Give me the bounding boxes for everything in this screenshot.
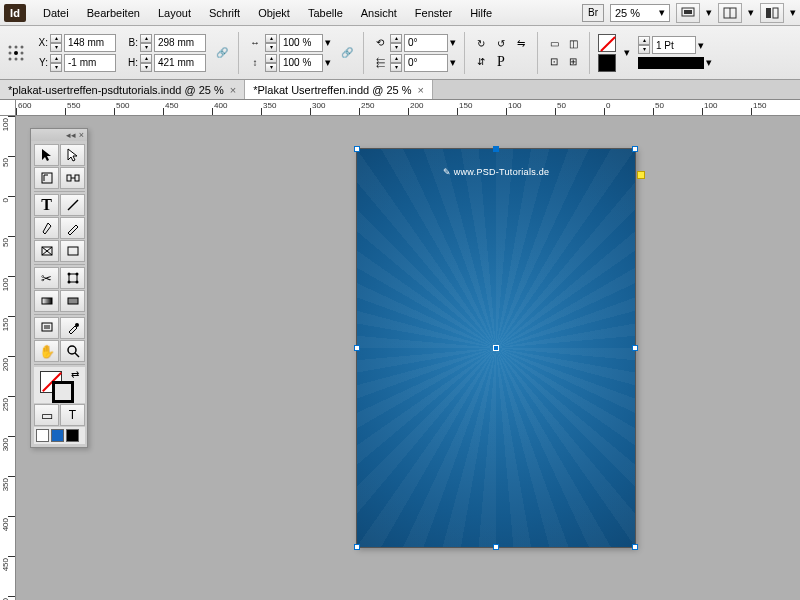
apply-none[interactable]	[36, 429, 49, 442]
shear-stepper[interactable]: ▴▾	[390, 54, 402, 72]
dropdown-icon[interactable]: ▾	[706, 56, 712, 69]
hand-tool[interactable]: ✋	[34, 340, 59, 362]
h-stepper[interactable]: ▴▾	[140, 54, 152, 72]
rectangle-frame-tool[interactable]	[34, 240, 59, 262]
selection-handle[interactable]	[632, 146, 638, 152]
y-input[interactable]	[64, 54, 116, 72]
dropdown-icon[interactable]: ▾	[325, 36, 331, 49]
center-content-icon[interactable]: ⊞	[565, 54, 581, 70]
gradient-feather-tool[interactable]	[60, 290, 85, 312]
constrain-icon[interactable]: 🔗	[214, 45, 230, 61]
fit-content-icon[interactable]: ⊡	[546, 54, 562, 70]
dropdown-icon[interactable]: ▾	[325, 56, 331, 69]
canvas[interactable]: ✎ www.PSD-Tutorials.de	[16, 116, 800, 600]
dropdown-icon[interactable]: ▾	[450, 56, 456, 69]
type-tool[interactable]: T	[34, 194, 59, 216]
x-stepper[interactable]: ▴▾	[50, 34, 62, 52]
line-tool[interactable]	[60, 194, 85, 216]
doc-tab-2[interactable]: *Plakat Usertreffen.indd @ 25 %×	[245, 80, 433, 99]
rot-stepper[interactable]: ▴▾	[390, 34, 402, 52]
selection-handle[interactable]	[354, 544, 360, 550]
poster-frame[interactable]: ✎ www.PSD-Tutorials.de	[356, 148, 636, 548]
bridge-button[interactable]: Br	[582, 4, 604, 22]
menu-help[interactable]: Hilfe	[461, 3, 501, 23]
menu-edit[interactable]: Bearbeiten	[78, 3, 149, 23]
stroke-swatch[interactable]	[598, 54, 616, 72]
selection-handle[interactable]	[632, 345, 638, 351]
note-tool[interactable]	[34, 317, 59, 339]
rotate-ccw-icon[interactable]: ↺	[493, 36, 509, 52]
w-input[interactable]	[154, 34, 206, 52]
menu-view[interactable]: Ansicht	[352, 3, 406, 23]
pen-tool[interactable]	[34, 217, 59, 239]
apply-color[interactable]	[51, 429, 64, 442]
flip-v-icon[interactable]: ⇵	[473, 54, 489, 70]
y-stepper[interactable]: ▴▾	[50, 54, 62, 72]
selection-handle[interactable]	[354, 146, 360, 152]
menu-type[interactable]: Schrift	[200, 3, 249, 23]
doc-tab-1[interactable]: *plakat-usertreffen-psdtutorials.indd @ …	[0, 80, 245, 99]
selection-handle[interactable]	[493, 146, 499, 152]
stroke-weight-input[interactable]	[652, 36, 696, 54]
vertical-ruler[interactable]: 10050050100150200250300350400450500	[0, 116, 16, 600]
apply-gradient[interactable]	[66, 429, 79, 442]
select-content-icon[interactable]: ◫	[565, 36, 581, 52]
rotate-cw-icon[interactable]: ↻	[473, 36, 489, 52]
selection-handle[interactable]	[493, 544, 499, 550]
rectangle-tool[interactable]	[60, 240, 85, 262]
constrain-scale-icon[interactable]: 🔗	[339, 45, 355, 61]
selection-handle[interactable]	[632, 544, 638, 550]
sx-stepper[interactable]: ▴▾	[265, 34, 277, 52]
menu-object[interactable]: Objekt	[249, 3, 299, 23]
stroke-color[interactable]	[52, 381, 74, 403]
menu-layout[interactable]: Layout	[149, 3, 200, 23]
gap-tool[interactable]	[60, 167, 85, 189]
arrange-button[interactable]	[718, 3, 742, 23]
stroke-stepper[interactable]: ▴▾	[638, 36, 650, 54]
direct-selection-tool[interactable]	[60, 144, 85, 166]
scale-x-input[interactable]	[279, 34, 323, 52]
zoom-level[interactable]: 25 %▾	[610, 4, 670, 22]
free-transform-tool[interactable]	[60, 267, 85, 289]
flip-h-icon[interactable]: ⇋	[513, 36, 529, 52]
format-container-icon[interactable]: ▭	[34, 404, 59, 426]
selection-tool[interactable]	[34, 144, 59, 166]
menu-file[interactable]: Datei	[34, 3, 78, 23]
workspace-button[interactable]	[760, 3, 784, 23]
anchored-object-indicator[interactable]	[637, 171, 645, 179]
fill-stroke-control[interactable]: ⇄	[34, 367, 85, 403]
dropdown-icon[interactable]: ▾	[450, 36, 456, 49]
fill-swatch[interactable]	[598, 34, 616, 52]
toolbox-header[interactable]: ◂◂×	[31, 129, 87, 141]
dropdown-icon[interactable]: ▾	[698, 39, 704, 52]
selection-center[interactable]	[493, 345, 499, 351]
pencil-tool[interactable]	[60, 217, 85, 239]
horizontal-ruler[interactable]: 6005505004504003503002502001501005005010…	[16, 100, 800, 116]
close-icon[interactable]: ×	[79, 130, 84, 140]
selection-handle[interactable]	[354, 345, 360, 351]
sy-stepper[interactable]: ▴▾	[265, 54, 277, 72]
rotate-input[interactable]	[404, 34, 448, 52]
scale-y-input[interactable]	[279, 54, 323, 72]
gradient-swatch-tool[interactable]	[34, 290, 59, 312]
format-text-icon[interactable]: T	[60, 404, 85, 426]
select-container-icon[interactable]: ▭	[546, 36, 562, 52]
scissors-tool[interactable]: ✂	[34, 267, 59, 289]
h-input[interactable]	[154, 54, 206, 72]
stroke-style[interactable]	[638, 57, 704, 69]
page-tool[interactable]	[34, 167, 59, 189]
zoom-tool[interactable]	[60, 340, 85, 362]
w-stepper[interactable]: ▴▾	[140, 34, 152, 52]
screen-mode-button[interactable]	[676, 3, 700, 23]
reference-point[interactable]	[6, 43, 26, 63]
ruler-origin[interactable]	[0, 100, 16, 116]
p-icon[interactable]: P	[493, 54, 509, 70]
menu-window[interactable]: Fenster	[406, 3, 461, 23]
collapse-icon[interactable]: ◂◂	[66, 130, 76, 140]
shear-input[interactable]	[404, 54, 448, 72]
close-icon[interactable]: ×	[418, 84, 424, 96]
swap-fill-stroke-icon[interactable]: ⇄	[71, 369, 79, 380]
dropdown-icon[interactable]: ▾	[624, 46, 630, 59]
x-input[interactable]	[64, 34, 116, 52]
close-icon[interactable]: ×	[230, 84, 236, 96]
